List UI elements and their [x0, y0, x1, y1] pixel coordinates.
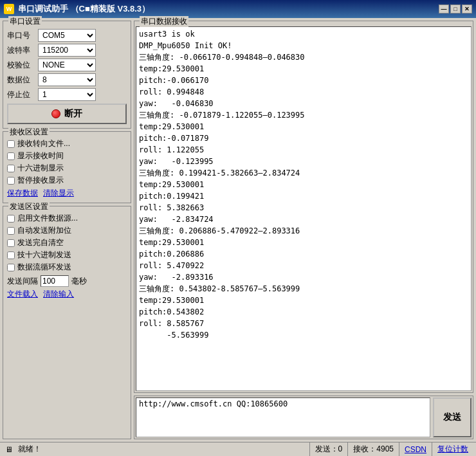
data-bits-select[interactable]: 8: [38, 73, 96, 86]
extra-label: CSDN: [405, 445, 426, 454]
send-loop-checkbox[interactable]: [7, 264, 15, 271]
recv-time-label: 显示接收时间: [17, 150, 64, 161]
send-loop-label: 数据流循环发送: [17, 262, 71, 273]
baud-label: 波特率: [7, 45, 38, 56]
interval-label: 发送间隔: [7, 276, 38, 287]
recv-pause-checkbox[interactable]: [7, 177, 15, 185]
stop-bits-row: 停止位 1: [7, 88, 127, 101]
save-data-link[interactable]: 保存数据: [7, 188, 38, 199]
window-title: 串口调试助手 （C■精装版 V3.8.3）: [18, 3, 150, 15]
reset-counter-section[interactable]: 复位计数: [432, 442, 473, 456]
send-area: http://www.cmsoft.cn QQ:10865600 发送: [134, 396, 473, 439]
send-cb2-row: 自动发送附加位: [7, 225, 127, 236]
receive-data-title: 串口数据接收: [140, 16, 188, 27]
tx-label: 发送：0: [315, 444, 343, 455]
send-auto-label: 自动发送附加位: [17, 225, 71, 236]
send-file-checkbox[interactable]: [7, 215, 15, 223]
send-button[interactable]: 发送: [433, 397, 471, 437]
window-controls: — □ ✕: [439, 5, 472, 14]
recv-pause-label: 暂停接收显示: [17, 175, 64, 186]
tx-status: 发送：0: [309, 442, 348, 456]
recv-hex-label: 十六进制显示: [17, 163, 64, 174]
send-clear-label: 发送完自清空: [17, 237, 64, 248]
send-cb1-row: 启用文件数据源...: [7, 213, 127, 224]
disconnect-button[interactable]: 断开: [7, 104, 127, 124]
status-icon: 🖥: [3, 443, 15, 456]
port-row: 串口号 COM5: [7, 29, 127, 42]
receive-settings-group: 接收区设置 接收转向文件... 显示接收时间 十六进制显示 暂停接收显示: [3, 131, 131, 203]
send-settings-title: 发送区设置: [8, 201, 50, 212]
send-input[interactable]: http://www.cmsoft.cn QQ:10865600: [136, 397, 430, 437]
baud-row: 波特率 115200: [7, 44, 127, 57]
recv-file-label: 接收转向文件...: [17, 138, 70, 149]
recv-time-checkbox[interactable]: [7, 152, 15, 160]
send-cb5-row: 数据流循环发送: [7, 262, 127, 273]
csdn-label: CSDN: [399, 442, 432, 456]
content-area: 串口设置 串口号 COM5 波特率 115200 校验位 NO: [0, 18, 476, 442]
status-text: 就绪！: [15, 444, 309, 455]
reset-label[interactable]: 复位计数: [437, 444, 468, 455]
receive-data-group: 串口数据接收 usart3 is ok DMP_Mpu6050 Init OK!…: [134, 21, 473, 393]
close-button[interactable]: ✕: [462, 5, 472, 14]
send-links: 文件载入 清除输入: [7, 289, 127, 300]
serial-settings-group: 串口设置 串口号 COM5 波特率 115200 校验位 NO: [3, 21, 131, 129]
send-hex-checkbox[interactable]: [7, 251, 15, 259]
baud-select[interactable]: 115200: [38, 44, 96, 57]
main-container: 串口设置 串口号 COM5 波特率 115200 校验位 NO: [0, 18, 476, 456]
interval-unit: 毫秒: [71, 276, 87, 287]
send-hex-label: 技十六进制发送: [17, 250, 71, 260]
parity-row: 校验位 NONE: [7, 59, 127, 71]
recv-cb1-row: 接收转向文件...: [7, 138, 127, 149]
send-auto-checkbox[interactable]: [7, 227, 15, 235]
send-cb3-row: 发送完自清空: [7, 237, 127, 248]
recv-cb3-row: 十六进制显示: [7, 163, 127, 174]
recv-file-checkbox[interactable]: [7, 140, 15, 148]
minimize-button[interactable]: —: [439, 5, 449, 14]
send-clear-checkbox[interactable]: [7, 239, 15, 247]
maximize-button[interactable]: □: [450, 5, 461, 14]
clear-input-link[interactable]: 清除输入: [43, 289, 74, 300]
parity-label: 校验位: [7, 60, 38, 71]
right-panel: 串口数据接收 usart3 is ok DMP_Mpu6050 Init OK!…: [134, 21, 473, 439]
disconnect-label: 断开: [64, 108, 82, 120]
receive-settings-title: 接收区设置: [8, 127, 50, 138]
recv-cb2-row: 显示接收时间: [7, 150, 127, 161]
app-icon: W: [4, 4, 14, 14]
recv-hex-checkbox[interactable]: [7, 165, 15, 172]
title-bar: W 串口调试助手 （C■精装版 V3.8.3） — □ ✕: [0, 0, 476, 18]
load-file-link[interactable]: 文件载入: [7, 289, 38, 300]
send-file-label: 启用文件数据源...: [17, 213, 78, 224]
data-bits-label: 数据位: [7, 75, 38, 86]
rx-status: 接收：4905: [347, 442, 399, 456]
clear-display-link[interactable]: 清除显示: [43, 188, 74, 199]
rx-label: 接收：4905: [353, 444, 394, 455]
port-label: 串口号: [7, 30, 38, 41]
send-settings-group: 发送区设置 启用文件数据源... 自动发送附加位 发送完自清空 技十六进制发送: [3, 206, 131, 439]
left-panel: 串口设置 串口号 COM5 波特率 115200 校验位 NO: [3, 21, 131, 439]
stop-bits-select[interactable]: 1: [38, 88, 96, 101]
parity-select[interactable]: NONE: [38, 59, 96, 71]
port-select[interactable]: COM5: [38, 29, 96, 42]
send-interval-row: 发送间隔 毫秒: [7, 275, 127, 287]
receive-textarea[interactable]: usart3 is ok DMP_Mpu6050 Init OK! 三轴角度: …: [136, 26, 471, 391]
interval-input[interactable]: [41, 275, 69, 287]
receive-links: 保存数据 清除显示: [7, 188, 127, 199]
recv-cb4-row: 暂停接收显示: [7, 175, 127, 186]
send-cb4-row: 技十六进制发送: [7, 250, 127, 260]
status-bar: 🖥 就绪！ 发送：0 接收：4905 CSDN 复位计数: [0, 442, 476, 456]
stop-bits-label: 停止位: [7, 89, 38, 100]
serial-settings-title: 串口设置: [8, 16, 42, 27]
data-bits-row: 数据位 8: [7, 73, 127, 86]
status-indicator: [51, 109, 60, 118]
